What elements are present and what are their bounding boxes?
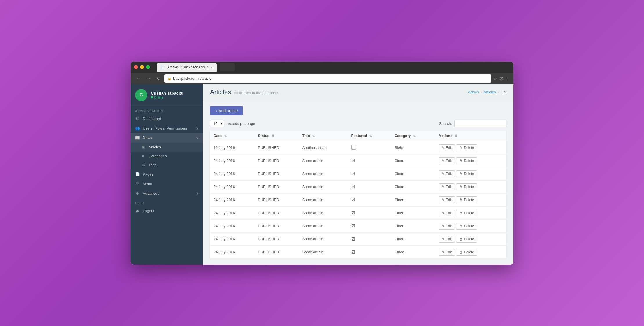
table-row: 24 July 2016 PUBLISHED Some article ☑ Ci… [210,167,506,180]
edit-button[interactable]: ✎ Edit [439,170,455,177]
table-row: 24 July 2016 PUBLISHED Some article ☑ Ci… [210,206,506,219]
history-icon[interactable]: ⏱ [500,76,504,81]
sidebar-subitem-articles[interactable]: ▣ Articles [131,143,203,152]
table-controls: 10 25 50 records per page Search: [210,120,506,127]
delete-button[interactable]: 🗑 Delete [456,196,477,203]
edit-button[interactable]: ✎ Edit [439,196,455,203]
sidebar-subitem-label: Categories [149,154,167,158]
cell-category: Cinco [391,206,435,219]
cell-status: PUBLISHED [254,193,299,206]
reload-button[interactable]: ↻ [155,74,162,82]
edit-icon: ✎ [442,237,445,241]
delete-button[interactable]: 🗑 Delete [456,183,477,190]
records-per-page-select[interactable]: 10 25 50 [210,120,224,127]
tags-icon: 🏷 [142,163,146,167]
tab-icon: 📄 [161,65,165,69]
categories-icon: ≡ [142,154,146,158]
cell-featured: ☑ [348,167,391,180]
tab-close-button[interactable]: × [211,65,212,69]
cell-actions: ✎ Edit 🗑 Delete [435,141,506,154]
user-section-label: USER [131,198,203,206]
delete-button[interactable]: 🗑 Delete [456,236,477,243]
delete-button[interactable]: 🗑 Delete [456,157,477,164]
edit-button[interactable]: ✎ Edit [439,183,455,190]
edit-button[interactable]: ✎ Edit [439,223,455,230]
menu-icon: ☰ [135,182,140,186]
traffic-light-red[interactable] [134,65,138,69]
logout-icon: ⏏ [135,209,140,213]
edit-button[interactable]: ✎ Edit [439,249,455,256]
breadcrumb-admin[interactable]: Admin [468,90,479,94]
col-featured[interactable]: Featured ⇅ [348,131,391,141]
table-header-row: Date ⇅ Status ⇅ Title ⇅ [210,131,506,141]
forward-button[interactable]: → [144,75,153,82]
sidebar-item-news[interactable]: 📰 News ∨ [131,133,203,143]
delete-button[interactable]: 🗑 Delete [456,144,477,151]
sidebar-item-label: Dashboard [143,116,161,121]
cell-status: PUBLISHED [254,180,299,193]
edit-icon: ✎ [442,198,445,202]
edit-button[interactable]: ✎ Edit [439,236,455,243]
sidebar-subitem-categories[interactable]: ≡ Categories [131,152,203,161]
sidebar-subitem-tags[interactable]: 🏷 Tags [131,161,203,170]
cell-category: Cinco [391,167,435,180]
breadcrumb-articles[interactable]: Articles [484,90,496,94]
cell-status: PUBLISHED [254,154,299,167]
edit-icon: ✎ [442,250,445,254]
cell-title: Some article [299,206,348,219]
advanced-icon: ⚙ [135,191,140,196]
sidebar-item-logout[interactable]: ⏏ Logout [131,206,203,216]
cell-date: 24 July 2016 [210,154,254,167]
address-bar[interactable]: 🔒 backpack/admin/article [164,74,491,83]
cell-title: Some article [299,232,348,245]
delete-button[interactable]: 🗑 Delete [456,249,477,256]
sidebar-item-label: News [143,136,152,140]
users-icon: 👥 [135,126,140,130]
edit-button[interactable]: ✎ Edit [439,157,455,164]
cell-date: 24 July 2016 [210,180,254,193]
sidebar-item-dashboard[interactable]: ⊞ Dashboard [131,114,203,123]
browser-tab[interactable]: 📄 Articles :: Backpack Admin × [157,63,217,72]
col-status[interactable]: Status ⇅ [254,131,299,141]
edit-button[interactable]: ✎ Edit [439,144,455,151]
sidebar-item-advanced[interactable]: ⚙ Advanced ❯ [131,189,203,198]
col-category[interactable]: Category ⇅ [391,131,435,141]
delete-button[interactable]: 🗑 Delete [456,223,477,230]
back-button[interactable]: ← [134,75,142,82]
search-input[interactable] [454,120,506,127]
browser-toolbar: ← → ↻ 🔒 backpack/admin/article ☆ ⏱ ⋮ [131,73,513,84]
url-text: backpack/admin/article [173,76,211,81]
table-row: 12 July 2016 PUBLISHED Another article S… [210,141,506,154]
sidebar-item-pages[interactable]: 📄 Pages [131,170,203,179]
status-dot [151,96,153,98]
col-title[interactable]: Title ⇅ [299,131,348,141]
cell-status: PUBLISHED [254,232,299,245]
sort-icon: ⇅ [413,134,416,138]
col-actions: Actions ⇅ [435,131,506,141]
featured-checked: ☑ [351,210,355,215]
sidebar-item-users[interactable]: 👥 Users, Roles, Permissions ❯ [131,123,203,133]
breadcrumb-separator: › [498,90,499,94]
add-article-button[interactable]: + Add article [210,106,243,115]
cell-date: 24 July 2016 [210,206,254,219]
sidebar-item-menu[interactable]: ☰ Menu [131,179,203,189]
user-info: Cristian Tabacitu Online [151,91,184,99]
action-buttons: ✎ Edit 🗑 Delete [439,170,503,177]
edit-icon: ✎ [442,146,445,150]
browser-window: 📄 Articles :: Backpack Admin × ← → ↻ 🔒 b… [131,62,513,265]
cell-title: Some article [299,154,348,167]
sort-icon: ⇅ [455,134,457,138]
featured-checked: ☑ [351,158,355,163]
menu-icon[interactable]: ⋮ [506,76,510,81]
cell-actions: ✎ Edit 🗑 Delete [435,245,506,258]
avatar: C [135,89,147,101]
edit-button[interactable]: ✎ Edit [439,210,455,216]
traffic-light-yellow[interactable] [140,65,144,69]
traffic-light-green[interactable] [146,65,150,69]
delete-button[interactable]: 🗑 Delete [456,210,477,216]
col-date[interactable]: Date ⇅ [210,131,254,141]
bookmark-icon[interactable]: ☆ [493,76,497,81]
table-row: 24 July 2016 PUBLISHED Some article ☑ Ci… [210,193,506,206]
search-control: Search: [439,120,506,127]
delete-button[interactable]: 🗑 Delete [456,170,477,177]
